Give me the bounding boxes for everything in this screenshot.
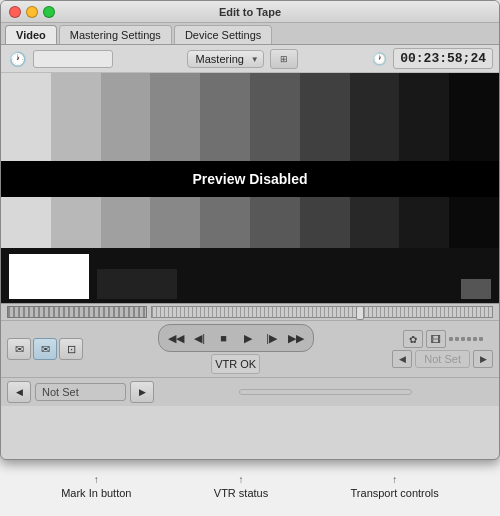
prev-frame-button[interactable]: ◀| xyxy=(189,327,211,349)
prev-arrow-left[interactable]: ◀ xyxy=(7,381,31,403)
rewind-button[interactable]: ◀◀ xyxy=(165,327,187,349)
grid-button[interactable]: ⊞ xyxy=(270,49,298,69)
timeline-right[interactable] xyxy=(151,306,493,318)
fast-forward-button[interactable]: ▶▶ xyxy=(285,327,307,349)
label-vtr-status: ↑ VTR status xyxy=(214,474,268,499)
timeline-thumb[interactable] xyxy=(356,306,364,320)
label-arrow-mark-in: ↑ xyxy=(94,474,99,485)
not-set-right-label: Not Set xyxy=(424,353,461,365)
film-icon-btn[interactable]: 🎞 xyxy=(426,330,446,348)
next-arrow-right[interactable]: ▶ xyxy=(473,350,493,368)
camera-icon-btn[interactable]: ⊡ xyxy=(59,338,83,360)
label-text-transport: Transport controls xyxy=(351,487,439,499)
bottom-controls: ✉ ✉ ⊡ ◀◀ ◀| ■ ▶ |▶ ▶▶ VTR OK xyxy=(1,303,499,406)
dot-1 xyxy=(449,337,453,341)
toolbar: 🕐 Mastering ▼ ⊞ 🕐 00:23:58;24 xyxy=(1,45,499,73)
main-window: Edit to Tape Video Mastering Settings De… xyxy=(0,0,500,460)
window-title: Edit to Tape xyxy=(219,6,281,18)
timeline-left[interactable] xyxy=(7,306,147,318)
label-mark-in: ↑ Mark In button xyxy=(61,474,131,499)
video-overlay-bottom xyxy=(1,248,499,303)
transport-row: ✉ ✉ ⊡ ◀◀ ◀| ■ ▶ |▶ ▶▶ VTR OK xyxy=(1,321,499,378)
minimize-button[interactable] xyxy=(26,6,38,18)
next-arrow-left[interactable]: ▶ xyxy=(130,381,154,403)
mark-in-row: ◀ Not Set ▶ xyxy=(1,378,499,406)
labels-section: ↑ Mark In button ↑ VTR status ↑ Transpor… xyxy=(0,460,500,499)
maximize-button[interactable] xyxy=(43,6,55,18)
close-button[interactable] xyxy=(9,6,21,18)
window-buttons xyxy=(9,6,55,18)
tab-video[interactable]: Video xyxy=(5,25,57,44)
right-accent xyxy=(461,279,491,299)
right-controls: ✿ 🎞 ◀ Not xyxy=(392,330,493,368)
white-block xyxy=(9,254,89,299)
settings-icon-btn[interactable]: ✿ xyxy=(403,330,423,348)
label-text-vtr: VTR status xyxy=(214,487,268,499)
tab-mastering-settings[interactable]: Mastering Settings xyxy=(59,25,172,44)
label-text-mark-in: Mark In button xyxy=(61,487,131,499)
stop-button[interactable]: ■ xyxy=(213,327,235,349)
prev-arrow-right[interactable]: ◀ xyxy=(392,350,412,368)
title-bar: Edit to Tape xyxy=(1,1,499,23)
timeline-row xyxy=(1,304,499,321)
labels-row: ↑ Mark In button ↑ VTR status ↑ Transpor… xyxy=(0,468,500,499)
application-window: Edit to Tape Video Mastering Settings De… xyxy=(0,0,500,499)
mastering-select-wrap: Mastering ▼ xyxy=(187,50,264,68)
play-button[interactable]: ▶ xyxy=(237,327,259,349)
right-dots-display xyxy=(449,337,483,341)
transport-controls-group: ◀◀ ◀| ■ ▶ |▶ ▶▶ xyxy=(158,324,314,352)
label-transport-controls: ↑ Transport controls xyxy=(351,474,439,499)
not-set-left: Not Set xyxy=(35,383,126,401)
dark-block xyxy=(97,269,177,299)
timecode-input-left[interactable] xyxy=(33,50,113,68)
not-set-left-label: Not Set xyxy=(42,386,79,398)
vtr-status-display: VTR OK xyxy=(211,354,260,374)
not-set-right: Not Set xyxy=(415,350,470,368)
dot-4 xyxy=(467,337,471,341)
mastering-select[interactable]: Mastering xyxy=(187,50,264,68)
next-frame-button[interactable]: |▶ xyxy=(261,327,283,349)
dot-5 xyxy=(473,337,477,341)
dot-6 xyxy=(479,337,483,341)
mark-out-icon-btn[interactable]: ✉ xyxy=(33,338,57,360)
tab-device-settings[interactable]: Device Settings xyxy=(174,25,272,44)
timecode-display: 00:23:58;24 xyxy=(393,48,493,69)
label-arrow-vtr: ↑ xyxy=(239,474,244,485)
clock-icon-left: 🕐 xyxy=(7,49,27,69)
right-icons-row: ✿ 🎞 xyxy=(403,330,483,348)
dot-2 xyxy=(455,337,459,341)
clock-icon-right: 🕐 xyxy=(371,51,387,67)
mark-in-icon-btn[interactable]: ✉ xyxy=(7,338,31,360)
label-arrow-transport: ↑ xyxy=(392,474,397,485)
tab-bar: Video Mastering Settings Device Settings xyxy=(1,23,499,45)
dot-3 xyxy=(461,337,465,341)
preview-disabled-text: Preview Disabled xyxy=(180,167,319,191)
video-preview-area: Preview Disabled xyxy=(1,73,499,303)
preview-middle-bar: Preview Disabled xyxy=(1,161,499,197)
